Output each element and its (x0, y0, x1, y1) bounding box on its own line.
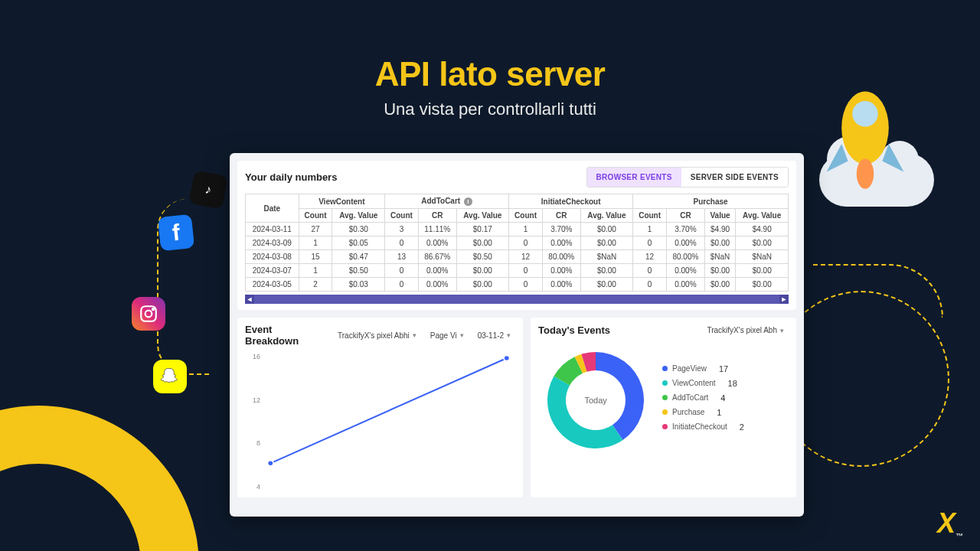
svg-point-1 (852, 101, 878, 127)
svg-point-7 (504, 356, 509, 361)
legend-value: 1 (717, 408, 729, 417)
event-source-tabs: BROWSER EVENTS SERVER SIDE EVENTS (586, 167, 789, 187)
event-breakdown-card: Event Breakdown TrackifyX's pixel Abhi ▾… (237, 318, 523, 497)
legend-dot-icon (662, 424, 668, 429)
legend-item: ViewContent18 (662, 379, 752, 388)
chevron-down-icon: ▾ (780, 327, 784, 334)
legend-dot-icon (662, 366, 668, 371)
scroll-right-icon[interactable]: ► (779, 295, 789, 304)
metrics-table: Date ViewContent AddToCart i InitiateChe… (245, 194, 789, 292)
legend-label: ViewContent (672, 379, 716, 387)
tab-server-events[interactable]: SERVER SIDE EVENTS (681, 168, 788, 187)
legend-value: 4 (720, 393, 733, 403)
table-row: 2024-03-0815$0.471386.67%$0.501280.00%$N… (246, 250, 789, 264)
chevron-down-icon: ▾ (507, 331, 511, 339)
table-row: 2024-03-091$0.0500.00%$0.0000.00%$0.0000… (246, 236, 789, 250)
table-row: 2024-03-1127$0.30311.11%$0.1713.70%$0.00… (246, 223, 789, 236)
legend-value: 17 (719, 364, 731, 373)
svg-point-2 (857, 159, 874, 189)
legend-label: Purchase (672, 408, 704, 416)
svg-point-5 (152, 308, 154, 310)
group-initiatecheckout: InitiateCheckout (509, 194, 633, 209)
dashboard-panel: Your daily numbers BROWSER EVENTS SERVER… (230, 153, 804, 517)
table-row: 2024-03-052$0.0300.00%$0.0000.00%$0.0000… (246, 278, 789, 292)
legend-item: InitiateCheckout2 (662, 422, 752, 432)
legend-item: Purchase1 (662, 408, 752, 417)
date-select[interactable]: 03-11-2 ▾ (473, 329, 515, 342)
legend-dot-icon (662, 409, 668, 415)
donut-center-label: Today (584, 396, 606, 405)
legend-item: AddToCart4 (662, 393, 752, 403)
legend-dot-icon (662, 380, 668, 386)
legend-label: PageView (672, 364, 707, 373)
snapchat-icon (153, 360, 187, 393)
daily-title: Your daily numbers (245, 171, 337, 183)
group-viewcontent: ViewContent (299, 194, 384, 209)
line-chart: 161284 (245, 353, 515, 491)
decorative-circle (0, 406, 199, 551)
legend-item: PageView17 (662, 364, 752, 373)
table-row: 2024-03-071$0.5000.00%$0.0000.00%$0.0000… (246, 264, 789, 278)
donut-chart: Today (538, 343, 653, 458)
today-title: Today's Events (538, 324, 610, 336)
todays-events-card: Today's Events TrackifyX's pixel Abh ▾ T… (531, 318, 796, 497)
event-type-select[interactable]: Page Vi ▾ (426, 329, 469, 342)
tiktok-icon: ♪ (189, 171, 228, 210)
legend-value: 2 (740, 422, 752, 432)
group-addtocart: AddToCart i (385, 194, 509, 209)
rocket-illustration (812, 69, 919, 199)
instagram-icon (132, 297, 165, 331)
legend-dot-icon (662, 395, 668, 400)
breakdown-title: Event Breakdown (245, 324, 328, 347)
legend-label: AddToCart (672, 393, 708, 402)
group-purchase: Purchase (633, 194, 789, 209)
pixel-select[interactable]: TrackifyX's pixel Abhi ▾ (333, 329, 421, 342)
legend-value: 18 (728, 379, 740, 388)
svg-point-4 (145, 311, 152, 318)
daily-numbers-card: Your daily numbers BROWSER EVENTS SERVER… (237, 161, 796, 310)
today-pixel-select[interactable]: TrackifyX's pixel Abh ▾ (702, 324, 789, 337)
tab-browser-events[interactable]: BROWSER EVENTS (587, 168, 681, 187)
scroll-left-icon[interactable]: ◄ (245, 295, 254, 304)
info-icon[interactable]: i (464, 197, 472, 206)
chevron-down-icon: ▾ (413, 331, 416, 339)
dashed-connector-right (813, 264, 943, 318)
legend-label: InitiateCheckout (672, 422, 727, 431)
brand-logo: X™ (937, 507, 963, 540)
col-date: Date (246, 194, 299, 223)
donut-legend: PageView17ViewContent18AddToCart4Purchas… (662, 364, 752, 437)
facebook-icon: f (158, 214, 194, 251)
chevron-down-icon: ▾ (460, 331, 464, 339)
horizontal-scrollbar[interactable]: ◄ ► (245, 295, 789, 304)
svg-point-6 (268, 461, 273, 466)
